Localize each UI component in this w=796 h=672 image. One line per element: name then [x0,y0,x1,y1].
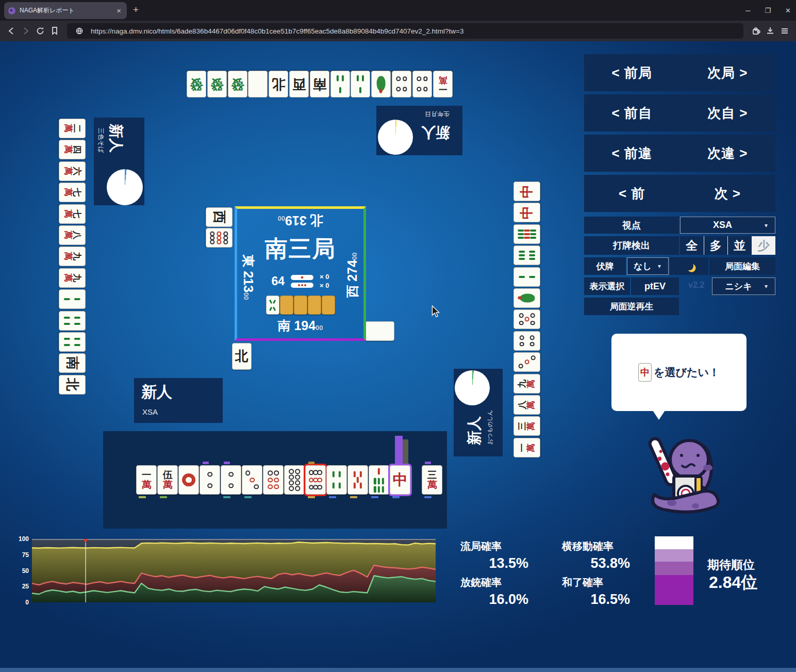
chevron-down-icon: ▾ [765,222,775,229]
fusehai-select[interactable]: なし ▾ [627,257,669,275]
hand-tile-4s[interactable] [326,465,347,495]
hand-tile-3p[interactable] [242,465,262,495]
theme-toggle[interactable] [670,257,708,275]
player-box-left: 新人 三色そば [94,118,144,205]
prev-button[interactable]: < 前 [584,185,680,203]
site-shield-icon[interactable] [72,24,87,38]
tile-7z: 中 [513,182,540,201]
naga-favicon-icon [8,7,15,14]
hand-panel: 一萬伍萬中 三萬 [103,431,447,529]
advice-bubble: 中 を選びたい！ [611,334,747,411]
player-box-bottom: 新人 XSA [134,378,223,423]
download-icon[interactable] [763,24,777,38]
dahai-option-all[interactable]: 全 [680,236,704,255]
hand-tile-6p[interactable] [263,465,284,495]
tile-2z: 南 [310,71,329,97]
expected-rank-bar [655,536,693,605]
dahai-detect-segment: 全 多 並 少 [680,236,775,255]
tsumo-tile[interactable]: 三萬 [422,465,442,495]
player-name: XSA [142,408,158,416]
tile-back [322,296,335,315]
hand-tile-1p[interactable] [178,465,199,495]
tile-6m: 六萬 [59,161,86,181]
new-tab-button[interactable]: + [133,4,139,15]
tile-5p [513,309,540,329]
tile-9m: 九萬 [59,268,86,288]
river-right-player: 中中九萬八萬三萬一萬 [513,182,541,457]
tile-7s [369,465,389,495]
extensions-puzzle-icon[interactable] [749,24,763,38]
tile-7z: 中 [513,203,540,222]
next-button[interactable]: 次 > [680,185,776,203]
next-kyoku-button[interactable]: 次局 > [680,64,776,82]
hand-tile-1m[interactable]: 一萬 [136,465,157,495]
edit-board-button[interactable]: 局面編集 [709,257,775,275]
tile-7z: 中 [390,465,410,495]
back-icon[interactable] [4,24,19,38]
viewpoint-select[interactable]: XSA ▾ [680,217,775,234]
tile-6p [263,465,284,495]
river-bottom-player: 北 [232,343,252,370]
nav-row-kyoku: < 前局 次局 > [584,54,775,91]
tile-2s [59,289,86,309]
tile-9p [206,228,233,248]
hand-tile-7s[interactable] [369,465,389,495]
dahai-option-many[interactable]: 多 [704,236,728,255]
stat-ryuukyoku: 流局確率13.5% [460,539,528,571]
y-tick-label: 0 [14,599,29,606]
player-rank: 新人 [467,416,482,446]
hand-tile-9p[interactable] [305,465,326,495]
browser-tab[interactable]: NAGA解析レポート × [4,2,127,19]
hand-tile-7z[interactable]: 中 [390,465,410,495]
dahai-option-normal[interactable]: 並 [727,236,752,255]
fusehai-label: 伏牌 [584,257,626,275]
tile-2p [221,465,241,495]
y-tick-label: 50 [14,567,29,575]
expected-rank-label: 期待順位 [707,557,755,573]
stat-yokoidou: 横移動確率53.8% [562,539,630,571]
hand-tile-5m[interactable]: 伍萬 [157,465,178,495]
hand-tile-0s[interactable] [347,465,368,495]
tile-4z: 北 [269,71,288,97]
round-indicator: 南三局 [237,234,363,264]
tile-3z: 西 [289,71,309,97]
tile-8m: 八萬 [59,225,86,245]
engine-select[interactable]: ニシキ ▾ [712,277,775,295]
forward-icon[interactable] [19,24,33,38]
moon-icon [684,261,693,271]
hand-tile-8p[interactable] [284,465,305,495]
river-top-player: 發發發北西南一萬 [187,71,453,97]
hand-tile-2p[interactable] [200,465,220,495]
browser-toolbar: https://naga.dmv.nico/htmls/6ade836b4467… [0,21,796,41]
prev-diff-button[interactable]: < 前違 [584,144,680,162]
advice-text: を選びたい！ [654,365,720,380]
choice-bar-shadow [403,439,408,467]
dahai-detect-label: 打牌検出 [584,236,679,255]
prev-self-button[interactable]: < 前自 [584,104,680,122]
tile-4m: 四萬 [59,140,86,159]
tile-3p [513,352,540,372]
window-maximize-icon[interactable]: ❐ [765,7,771,14]
reload-icon[interactable] [33,24,47,38]
hand-tile-2p[interactable] [221,465,241,495]
dora-indicator-row [237,296,363,315]
horizontal-scrollbar[interactable] [0,668,796,672]
ptev-button[interactable]: ptEV [631,277,679,295]
dahai-option-few[interactable]: 少 [752,236,776,255]
mouse-cursor [431,305,440,320]
tile-3s [351,71,370,97]
tile-3m: 三萬 [422,465,442,495]
pie-left [107,169,143,205]
tab-close-icon[interactable]: × [115,6,123,15]
window-minimize-icon[interactable]: ─ [745,7,750,14]
menu-hamburger-icon[interactable] [777,24,792,38]
tile-back [308,296,321,315]
next-diff-button[interactable]: 次違 > [680,144,776,162]
prev-kyoku-button[interactable]: < 前局 [584,64,680,82]
url-bar[interactable]: https://naga.dmv.nico/htmls/6ade836b4467… [67,23,743,39]
tile-1s [513,288,540,308]
window-close-icon[interactable]: ✕ [785,7,791,14]
next-self-button[interactable]: 次自 > [680,104,776,122]
reverse-play-button[interactable]: 局面逆再生 [584,298,679,315]
bookmark-icon[interactable] [47,24,62,38]
